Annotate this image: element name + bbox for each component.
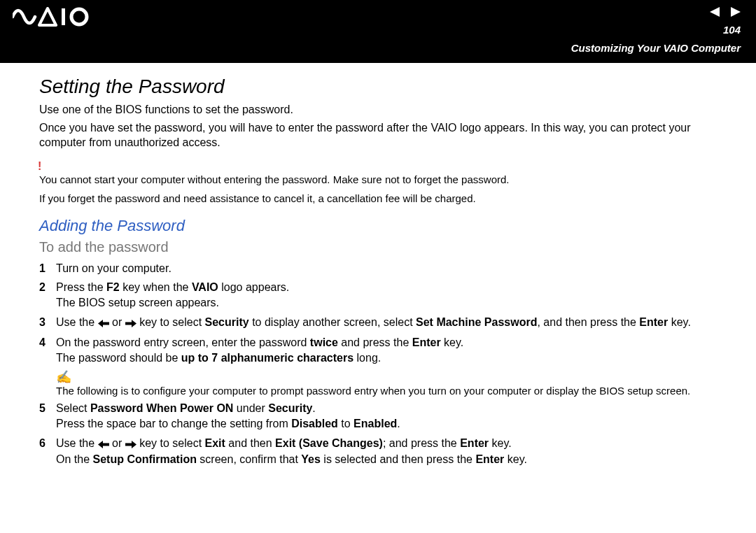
svg-rect-0 [62,8,65,25]
step-4: 4 On the password entry screen, enter th… [39,335,732,365]
warning-icon: ! [38,160,732,173]
step-number: 6 [39,436,56,451]
svg-marker-5 [125,320,136,327]
note-block: ✍ The following is to configure your com… [56,369,732,397]
nav-arrows [710,7,741,17]
next-page-button[interactable] [728,7,741,17]
section-title: Customizing Your VAIO Computer [571,42,741,54]
subheading: Adding the Password [39,217,732,235]
arrow-left-icon [98,316,109,332]
warning-text-1: You cannot start your computer without e… [39,173,732,187]
step-6: 6 Use the or key to select Exit and then… [39,436,732,467]
svg-marker-3 [731,7,741,17]
svg-point-1 [71,9,87,24]
step-3: 3 Use the or key to select Security to d… [39,315,732,332]
step-heading: To add the password [39,239,732,255]
svg-marker-2 [710,7,720,17]
step-number: 5 [39,401,56,416]
note-text: The following is to configure your compu… [56,385,732,397]
svg-marker-4 [98,320,109,327]
step-number: 1 [39,261,56,276]
step-text: Select Password When Power ON under Secu… [56,401,732,431]
vaio-logo [13,7,90,27]
warning-block: ! You cannot start your computer without… [39,160,732,206]
page-heading: Setting the Password [39,76,732,98]
step-1: 1 Turn on your computer. [39,261,732,276]
warning-text-2: If you forget the password and need assi… [39,192,732,206]
intro-text-1: Use one of the BIOS functions to set the… [39,102,732,118]
prev-page-button[interactable] [710,7,722,17]
page-number: 104 [723,24,741,36]
header-bar: 104 Customizing Your VAIO Computer [0,0,756,63]
step-number: 2 [39,280,56,295]
arrow-right-icon [125,437,136,453]
intro-text-2: Once you have set the password, you will… [39,120,732,150]
note-icon: ✍ [56,369,732,385]
step-2: 2 Press the F2 key when the VAIO logo ap… [39,280,732,310]
arrow-left-icon [98,437,109,453]
step-5: 5 Select Password When Power ON under Se… [39,401,732,431]
svg-marker-6 [98,441,109,448]
step-number: 4 [39,335,56,350]
step-text: On the password entry screen, enter the … [56,335,732,365]
svg-marker-7 [125,441,136,448]
step-text: Use the or key to select Security to dis… [56,315,732,332]
steps-list: 1 Turn on your computer. 2 Press the F2 … [39,261,732,467]
step-text: Press the F2 key when the VAIO logo appe… [56,280,732,310]
step-text: Use the or key to select Exit and then E… [56,436,732,467]
step-text: Turn on your computer. [56,261,732,276]
arrow-right-icon [125,316,136,332]
page-content: Setting the Password Use one of the BIOS… [0,63,756,467]
step-number: 3 [39,315,56,330]
